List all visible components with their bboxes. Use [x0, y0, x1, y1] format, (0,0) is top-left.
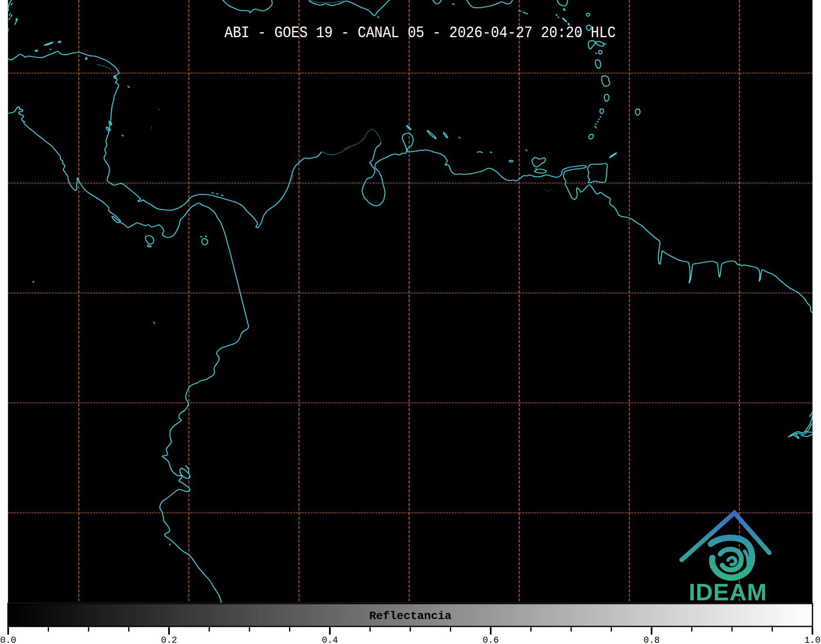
- svg-text:0.6: 0.6: [483, 635, 499, 644]
- svg-text:0.4: 0.4: [322, 635, 338, 644]
- svg-text:0.8: 0.8: [643, 635, 660, 644]
- svg-text:1.0: 1.0: [804, 635, 821, 644]
- svg-text:0.2: 0.2: [161, 635, 177, 644]
- svg-text:0.0: 0.0: [0, 635, 16, 644]
- svg-text:IDEAM: IDEAM: [689, 579, 767, 605]
- svg-text:Reflectancia: Reflectancia: [369, 610, 452, 622]
- svg-text:ABI - GOES 19 - CANAL 05 - 202: ABI - GOES 19 - CANAL 05 - 2026-04-27 20…: [225, 24, 616, 42]
